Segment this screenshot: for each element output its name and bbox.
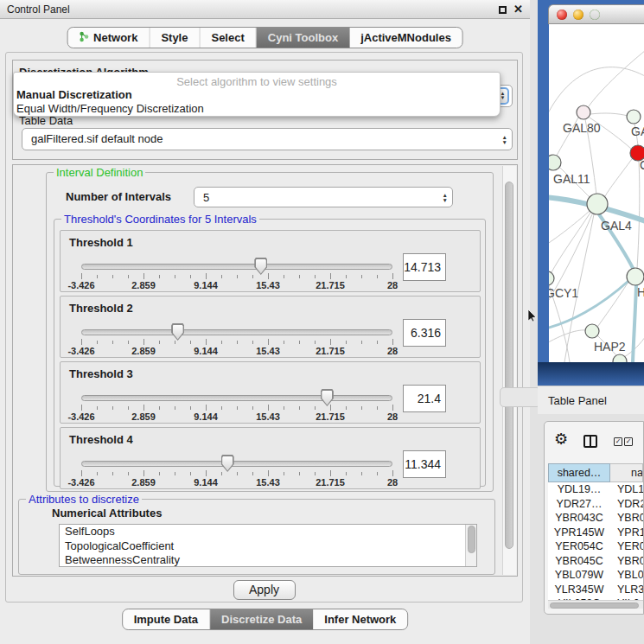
settings-scrollbar-thumb[interactable] (505, 182, 513, 549)
minimize-traffic-light-icon[interactable] (573, 10, 583, 20)
close-traffic-light-icon[interactable] (557, 10, 567, 20)
gear-icon[interactable]: ⚙ (554, 430, 568, 448)
table-row[interactable]: YPR145WYPR1 (548, 526, 643, 540)
tick-mark (346, 406, 347, 410)
threshold-value-field[interactable]: 14.713 (403, 253, 446, 281)
attributes-list-scrollbar[interactable] (465, 525, 476, 566)
network-edge (633, 285, 636, 362)
network-node-gcy1[interactable] (549, 271, 554, 285)
network-node-h[interactable] (627, 268, 644, 285)
network-canvas[interactable]: GAL80GACGAL11GAL4HGCY1HAP2 (549, 24, 644, 362)
settings-scroll-panel: Interval Definition Number of Intervals … (12, 164, 518, 577)
table-row[interactable]: YDL19…YDL1 (548, 482, 643, 497)
network-edge (552, 213, 590, 272)
close-icon[interactable]: ✕ (513, 3, 523, 16)
spinner-icon[interactable]: ▲▼ (443, 193, 448, 202)
network-edge (637, 161, 640, 269)
tab-jactivemnodules[interactable]: jActiveMNodules (349, 28, 462, 48)
tick-mark (81, 470, 82, 476)
attributes-list-scrollbar-thumb[interactable] (468, 526, 475, 553)
threshold-slider-track[interactable] (81, 461, 392, 467)
tick-mark (392, 273, 393, 279)
split-view-icon[interactable] (583, 435, 597, 448)
tab-cyni-toolbox[interactable]: Cyni Toolbox (257, 28, 349, 48)
slider-ticks (81, 470, 392, 477)
threshold-slider-thumb[interactable] (254, 258, 267, 275)
spinner-icon[interactable]: ▲▼ (502, 135, 507, 144)
thresholds-fieldset: Threshold's Coordinates for 5 Intervals … (54, 219, 486, 487)
threshold-slider-thumb[interactable] (171, 323, 184, 341)
dropdown-item-manual-discretization[interactable]: Manual Discretization (14, 88, 500, 102)
tick-mark (128, 341, 129, 344)
table-row[interactable]: YBR045CYBR0 (548, 554, 643, 569)
threshold-panel-3: Threshold 3-3.4262.8599.14415.4321.71528… (60, 361, 481, 424)
node-label: C (640, 158, 644, 172)
table-horizontal-scrollbar[interactable] (548, 600, 643, 609)
tick-mark (299, 406, 300, 410)
tab-discretize-data[interactable]: Discretize Data (210, 609, 313, 629)
tick-mark (97, 341, 98, 344)
list-item-topologicalcoefficient[interactable]: TopologicalCoefficient (60, 539, 476, 554)
threshold-slider-track[interactable] (81, 329, 392, 335)
tab-infer-network[interactable]: Infer Network (313, 609, 407, 629)
threshold-slider-track[interactable] (81, 395, 392, 401)
table-header-row: shared… na (548, 463, 643, 482)
zoom-traffic-light-icon[interactable] (590, 10, 600, 20)
dropdown-item-equal-width-frequency[interactable]: Equal Width/Frequency Discretization (14, 102, 500, 116)
column-header-shared-name[interactable]: shared… (548, 463, 610, 482)
cell-shared-name: YBR043C (548, 511, 610, 526)
table-row[interactable]: YLR345WYLR3 (548, 583, 643, 597)
list-item-betweennesscentrality[interactable]: BetweennessCentrality (60, 553, 476, 567)
settings-vertical-scrollbar[interactable] (502, 166, 516, 575)
network-node[interactable] (613, 354, 627, 362)
network-node-gal4[interactable] (587, 194, 608, 214)
tab-style[interactable]: Style (150, 28, 200, 48)
numerical-attributes-list[interactable]: SelfLoopsTopologicalCoefficientBetweenne… (59, 524, 477, 567)
apply-button[interactable]: Apply (233, 580, 296, 600)
tick-mark (252, 472, 253, 475)
table-data-combobox[interactable]: galFiltered.sif default node ▲▼ (22, 128, 513, 150)
threshold-value-field[interactable]: 11.344 (403, 450, 446, 478)
checkbox-icon[interactable]: ✓ (614, 437, 622, 446)
tab-select[interactable]: Select (200, 28, 256, 48)
num-intervals-combobox[interactable]: 5 ▲▼ (194, 187, 453, 207)
tab-network[interactable]: Network (67, 28, 150, 48)
tick-mark (268, 273, 269, 279)
tick-label: 2.859 (131, 280, 156, 290)
threshold-slider-thumb[interactable] (221, 455, 234, 472)
tick-mark (346, 275, 347, 278)
tick-mark (190, 472, 191, 475)
tick-mark (112, 406, 113, 410)
tick-label: 15.43 (256, 477, 280, 488)
tick-mark (175, 341, 175, 344)
tick-mark (284, 406, 284, 410)
tab-impute-data[interactable]: Impute Data (123, 609, 210, 629)
table-row[interactable]: YER054CYER0 (548, 539, 643, 554)
cell-name: YER0 (610, 539, 643, 554)
threshold-slider-thumb[interactable] (321, 389, 334, 406)
table-scrollbar-thumb[interactable] (550, 603, 639, 609)
network-node-gal80[interactable] (577, 105, 590, 119)
cell-shared-name: YDR27… (548, 497, 610, 512)
mouse-cursor (527, 309, 537, 322)
tick-mark (221, 472, 222, 475)
panel-splitter-handle[interactable] (500, 387, 541, 407)
table-row[interactable]: YBR043CYBR0 (548, 511, 643, 526)
network-node-hap2[interactable] (585, 324, 599, 338)
threshold-value-field[interactable]: 6.316 (403, 319, 446, 347)
tick-label: 2.859 (131, 477, 156, 488)
list-item-selfloops[interactable]: SelfLoops (60, 525, 476, 539)
tick-label: 28 (387, 411, 398, 422)
tick-label: 9.144 (194, 477, 218, 488)
network-node-gal11[interactable] (549, 155, 561, 170)
float-window-icon[interactable] (499, 6, 507, 14)
network-node-ga[interactable] (627, 110, 641, 124)
column-header-name[interactable]: na (610, 463, 643, 482)
table-row[interactable]: YBL079WYBL0 (548, 568, 643, 583)
cell-shared-name: YBR045C (548, 554, 610, 569)
checkbox-icon[interactable]: ✓ (624, 437, 633, 446)
threshold-slider-track[interactable] (81, 264, 392, 270)
threshold-value-field[interactable]: 21.4 (403, 385, 446, 412)
tick-label: -3.426 (67, 477, 94, 488)
table-row[interactable]: YDR27…YDR2 (548, 497, 643, 512)
